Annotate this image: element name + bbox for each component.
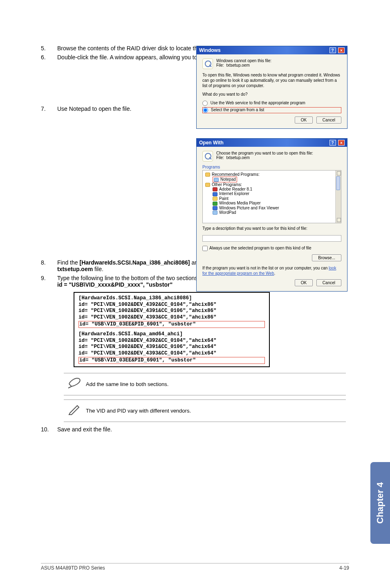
footer-left: ASUS M4A89TD PRO Series (41, 565, 105, 571)
adobe-icon (213, 187, 217, 191)
note-row: The VID and PID vary with different vend… (64, 399, 346, 422)
paint-icon (213, 197, 217, 201)
program-list[interactable]: Recommended Programs: Notepad Other Prog… (202, 170, 341, 223)
code-line-highlighted: id= "USB\VID_03EE&PID_6901", "usbstor" (78, 321, 265, 328)
programs-header: Programs (202, 165, 341, 169)
help-icon[interactable]: ? (329, 140, 336, 146)
list-item[interactable]: Adobe Reader 8.1 (219, 187, 252, 191)
notepad-icon (214, 178, 219, 182)
other-programs-header: Other Programs: (212, 182, 242, 187)
pencil-icon (64, 403, 86, 418)
titlebar: Windows ? × (197, 46, 347, 54)
footer-right: 4-19 (339, 565, 349, 571)
search-icon (202, 151, 213, 162)
wmp-icon (213, 202, 217, 206)
radio-label: Select the program from a list (211, 108, 264, 112)
text: Find the (57, 259, 79, 266)
step-num: 6. (41, 54, 57, 61)
chapter-tab: Chapter 4 (370, 462, 390, 544)
radio-input[interactable] (202, 101, 208, 106)
search-icon (202, 58, 213, 69)
ie-icon (213, 192, 217, 196)
code-line: id= "PCI\VEN_1002&DEV_4392&CC_0104","ahc… (78, 302, 265, 308)
scroll-thumb[interactable] (336, 176, 340, 190)
description-label: Type a description that you want to use … (202, 226, 341, 231)
dialog-title: Windows (199, 47, 221, 53)
choose-program-text: Choose the program you want to use to op… (216, 151, 313, 155)
section-name: [HardwareIds.SCSI.Napa_i386_ahci8086] (79, 259, 190, 266)
checkbox-input[interactable] (202, 246, 208, 251)
ok-button[interactable]: OK (295, 117, 313, 123)
filename: txtsetup.oem (57, 266, 93, 272)
radio-web-service[interactable]: Use the Web service to find the appropri… (202, 100, 341, 106)
radio-select-from-list[interactable]: Select the program from a list (202, 107, 341, 113)
code-line: id= "PCI\VEN_1002&DEV_4391&CC_0106","ahc… (78, 344, 265, 350)
checkbox-label: Always use the selected program to open … (209, 246, 312, 250)
folder-icon (205, 183, 210, 187)
list-item[interactable]: WordPad (219, 210, 236, 215)
radio-input[interactable] (203, 108, 208, 113)
close-icon[interactable]: × (338, 140, 345, 146)
folder-icon (205, 173, 210, 177)
file-label: File: (216, 63, 224, 67)
code-line: [HardwareIds.SCSI.Napa_amd64_ahci] (78, 331, 265, 338)
list-item[interactable]: Windows Picture and Fax Viewer (219, 206, 279, 210)
code-line: id= "PCI\VEN_1002&DEV_4393&CC_0104","ahc… (78, 314, 265, 321)
code-line: id= "PCI\VEN_1002&DEV_4393&CC_0104","ahc… (78, 350, 265, 357)
step-num: 5. (41, 45, 57, 52)
file-value: txtsetup.oem (226, 63, 249, 67)
ok-button[interactable]: OK (295, 279, 313, 286)
radio-label: Use the Web service to find the appropri… (211, 101, 305, 105)
code-line-highlighted: id= "USB\VID_03EE&PID_6901", "usbstor" (78, 357, 265, 364)
note-text: Add the same line to both sections. (86, 381, 168, 387)
dialog-title: Open With (199, 140, 224, 146)
step-text: Save and exit the file. (57, 426, 349, 433)
footnote: If the program you want is not in the li… (202, 265, 341, 276)
list-item[interactable]: Windows Media Player (219, 201, 261, 205)
windows-dialog: Windows ? × Windows cannot open this fil… (196, 46, 347, 129)
open-with-dialog: Open With ? × Choose the program you wan… (196, 138, 347, 292)
step-num: 8. (41, 259, 57, 266)
description-input[interactable] (202, 235, 341, 242)
browse-button[interactable]: Browse... (312, 254, 341, 261)
code-line: id= "PCI\VEN_1002&DEV_4392&CC_0104","ahc… (78, 338, 265, 344)
step-num: 10. (41, 426, 57, 433)
close-icon[interactable]: × (338, 47, 345, 53)
explanation-text: To open this file, Windows needs to know… (202, 72, 341, 88)
chapter-label: Chapter 4 (375, 482, 386, 523)
step-num: 7. (41, 105, 57, 112)
text: If the program you want is not in the li… (202, 266, 329, 270)
note-row: Add the same line to both sections. (64, 373, 346, 395)
code-line: id= "PCI\VEN_1002&DEV_4391&CC_0106","ahc… (78, 308, 265, 314)
code-block: [HardwareIds.SCSI.Napa_i386_ahci8086] id… (74, 292, 270, 367)
titlebar: Open With ? × (197, 139, 347, 147)
note-text: The VID and PID vary with different vend… (86, 408, 191, 414)
note-icon (64, 377, 86, 392)
code-line: id = "USB\VID_xxxx&PID_xxxx", "usbstor" (57, 281, 173, 288)
list-item-notepad[interactable]: Notepad (220, 177, 236, 182)
list-item[interactable]: Paint (219, 196, 229, 201)
page-footer: ASUS M4A89TD PRO Series 4-19 (41, 563, 349, 571)
file-label: File: (216, 155, 224, 160)
help-icon[interactable]: ? (329, 47, 336, 53)
always-use-checkbox[interactable]: Always use the selected program to open … (202, 246, 341, 251)
cancel-button[interactable]: Cancel (316, 279, 341, 286)
recommended-header: Recommended Programs: (212, 172, 260, 177)
step-num: 9. (41, 275, 57, 281)
cancel-button[interactable]: Cancel (316, 117, 341, 123)
list-item[interactable]: Internet Explorer (219, 191, 249, 196)
question-text: What do you want to do? (202, 92, 341, 97)
text: file. (93, 266, 103, 272)
text: Browse the contents of the RAID driver d… (57, 45, 211, 52)
wpfv-icon (213, 206, 217, 210)
wordpad-icon (213, 211, 217, 215)
file-value: txtsetup.oem (226, 155, 249, 160)
cannot-open-text: Windows cannot open this file: (216, 58, 271, 63)
scrollbar[interactable] (335, 171, 341, 223)
